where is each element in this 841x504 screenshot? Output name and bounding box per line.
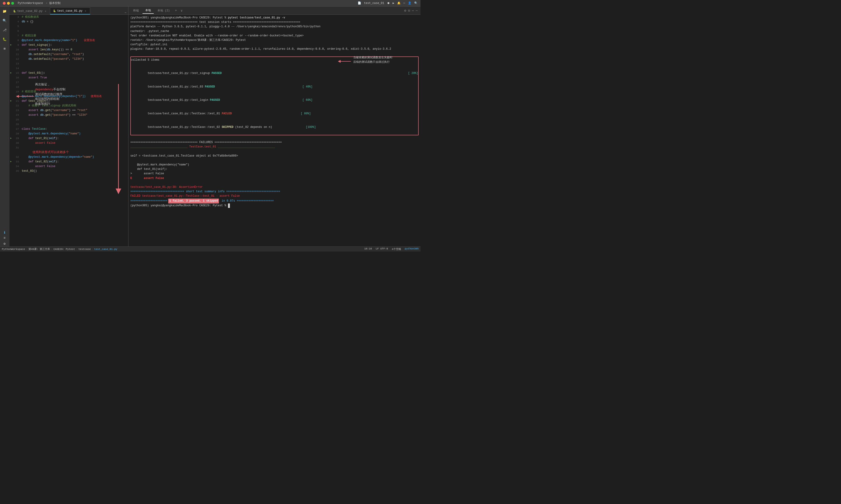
terminal-split-icon[interactable]: ⊡ xyxy=(408,8,410,13)
results-box: collected 5 items testcase/test_case_01.… xyxy=(130,56,419,135)
code-line-32: 32 @pytest.mark.dependency(depends="name… xyxy=(9,155,128,159)
editor-panel: 🐍 test_case_02.py ✕ 🐍 test_case_01.py ✕ … xyxy=(9,6,128,247)
terminal-tab-label: 终端 xyxy=(133,8,139,13)
term-assert-line: > assert False xyxy=(130,172,419,176)
breadcrumb-sep2: › xyxy=(51,248,53,251)
file-indicator: 📄 xyxy=(358,1,361,5)
breadcrumb-bar: PythonWorkspace › 第49课: 第三方库 › CASE29: P… xyxy=(0,247,420,252)
close-button[interactable] xyxy=(3,2,5,5)
term-line-config: configfile: pytest.ini xyxy=(130,42,419,47)
sidebar-icon-layers[interactable]: ≡ xyxy=(2,235,7,241)
breadcrumb-testcase[interactable]: testcase xyxy=(79,248,91,251)
sidebar: 📁 🔍 ⎇ 🐛 ⊞ ℹ ≡ ⚙ xyxy=(0,6,9,247)
local2-tab-label: 本地 (2) xyxy=(157,8,170,13)
terminal-tab-local2[interactable]: 本地 (2) xyxy=(155,7,173,14)
terminal-minimize-icon[interactable]: — xyxy=(416,8,418,12)
terminal-tab-terminal[interactable]: 终端 xyxy=(130,7,141,14)
encoding: LF UTF-8 xyxy=(376,247,388,251)
tab-close-02[interactable]: ✕ xyxy=(44,10,47,13)
term-error-line: E assert False xyxy=(130,176,419,181)
editor-tabs: 🐍 test_case_02.py ✕ 🐍 test_case_01.py ✕ … xyxy=(9,6,128,15)
code-line-10: 10 assert len(db.keys()) == 0 xyxy=(9,47,128,52)
code-line-34: 34 assert False xyxy=(9,164,128,169)
code-line-27: 27 class TestCase: xyxy=(9,127,128,131)
person-icon[interactable]: 👤 xyxy=(408,1,411,5)
search-icon[interactable]: 🔍 xyxy=(414,1,418,5)
py-icon: 🐍 xyxy=(13,10,16,13)
sidebar-icon-debug[interactable]: 🐛 xyxy=(2,36,7,42)
term-result-test03: testcase/test_case_01.py::test_03 PASSED… xyxy=(131,80,418,94)
terminal-dropdown[interactable]: ∨ xyxy=(179,8,184,13)
term-summary-sep: ================================ short t… xyxy=(130,190,419,194)
version-control[interactable]: 版本控制 xyxy=(49,1,61,5)
terminal-content[interactable]: (python385) yangkai@yangkaideMacBook-Pro… xyxy=(128,15,420,247)
tab-more[interactable]: ⋯ xyxy=(123,11,128,15)
maximize-button[interactable] xyxy=(11,2,14,5)
code-line-13: 13 xyxy=(9,61,128,66)
language: python385 xyxy=(405,247,419,251)
code-editor[interactable]: 3 # 模拟数据库 4 db = {} 5 6 xyxy=(9,15,128,173)
term-line-rootdir: rootdir: /Users/yangkai/PythonWorkspace/… xyxy=(130,38,419,42)
sidebar-icon-git[interactable]: ⎇ xyxy=(2,27,7,33)
term-failed-line: FAILED testcase/test_case_01.py::TestCas… xyxy=(130,194,419,198)
code-line-3: 3 # 模拟数据库 xyxy=(9,15,128,19)
sidebar-icon-info[interactable]: ℹ xyxy=(2,230,7,235)
term-def: def test_01(self): xyxy=(130,167,419,172)
tab-label-02: test_case_02.py xyxy=(17,10,42,13)
code-line-11: 11 db.setdefault("username", "root") xyxy=(9,52,128,57)
breadcrumb-case[interactable]: CASE29: Pytest xyxy=(53,248,75,251)
sidebar-icon-extensions[interactable]: ⊞ xyxy=(2,46,7,51)
code-line-25: 25 xyxy=(9,118,128,122)
terminal-tabs: 终端 本地 本地 (2) + ∨ ⚙ ⊡ ⋯ — xyxy=(128,6,420,15)
terminal-panel: 终端 本地 本地 (2) + ∨ ⚙ ⊡ ⋯ — (python385) yan… xyxy=(128,6,420,247)
editor-wrapper: 3 # 模拟数据库 4 db = {} 5 6 xyxy=(9,15,128,247)
code-line-35: 35 test_03() xyxy=(9,169,128,173)
term-location: testcase/test_case_01.py:30: AssertionEr… xyxy=(130,185,419,190)
term-result-test01: testcase/test_case_01.py::TestCase::test… xyxy=(131,107,418,121)
sidebar-icon-search[interactable]: 🔍 xyxy=(2,18,7,23)
term-summary-result: ====================== 1 failed, 3 passe… xyxy=(130,199,419,203)
term-result-login: testcase/test_case_01.py::test_login PAS… xyxy=(131,94,418,107)
breadcrumb-sep3: › xyxy=(76,248,78,251)
sidebar-icon-files[interactable]: 📁 xyxy=(2,8,7,14)
code-line-12: 12 db.setdefault("password", "1234") xyxy=(9,57,128,61)
tab-test-case-02[interactable]: 🐍 test_case_02.py ✕ xyxy=(10,7,50,15)
terminal-settings-icon[interactable]: ⚙ xyxy=(404,8,406,13)
breadcrumb-file[interactable]: test_case_01.py xyxy=(94,248,117,251)
term-testcase-sep: __________________________________ TestC… xyxy=(130,145,419,149)
term-line-empty2 xyxy=(131,62,418,67)
term-line-cache: cachedir: .pytest_cache xyxy=(130,29,419,34)
sidebar-icon-settings[interactable]: ⚙ xyxy=(2,241,7,247)
code-line-5: 5 xyxy=(9,24,128,29)
code-line-15: ▶ 15 def test_03(): xyxy=(9,71,128,75)
code-line-9: ▶ 9 def test_signup(): xyxy=(9,43,128,47)
code-line-21: ▶ 21 def test_login(): xyxy=(9,99,128,103)
tab-label-01: test_case_01.py xyxy=(57,9,83,13)
term-line-sep1: ========================================… xyxy=(130,20,419,24)
titlebar: PythonWorkspace › 版本控制 📄 test_case_01 ⏺ … xyxy=(0,0,420,6)
breadcrumb-workspace[interactable]: PythonWorkspace xyxy=(2,248,25,251)
term-line-collected: collected 5 items xyxy=(131,58,418,62)
local-tab-label: 本地 xyxy=(145,8,151,12)
more-icon[interactable]: ⋯ xyxy=(404,1,405,5)
code-line-20: 20 @pytest.mark.dependency(depends=["1"]… xyxy=(9,94,128,99)
bell-icon[interactable]: 🔔 xyxy=(397,1,401,5)
app-name: PythonWorkspace xyxy=(18,2,43,5)
code-line-17: 17 xyxy=(9,80,128,85)
terminal-tab-local[interactable]: 本地 xyxy=(142,7,154,14)
breadcrumb-course[interactable]: 第49课: 第三方库 xyxy=(29,247,50,251)
code-line-26: 26 xyxy=(9,122,128,127)
minimize-button[interactable] xyxy=(7,2,10,5)
term-empty5 xyxy=(130,158,419,163)
code-line-28: 28 @pytest.mark.dependency("name") xyxy=(9,131,128,136)
record-icon[interactable]: ⏺ xyxy=(387,1,390,5)
term-decorator: @pytest.mark.dependency("name") xyxy=(130,163,419,167)
play-icon[interactable]: ▶ xyxy=(393,1,394,5)
terminal-more-icon[interactable]: ⋯ xyxy=(412,8,414,13)
new-terminal-button[interactable]: + xyxy=(174,8,178,12)
main-container: 📁 🔍 ⎇ 🐛 ⊞ ℹ ≡ ⚙ 🐍 test_case_02.py ✕ 🐍 te… xyxy=(0,6,420,247)
tab-close-01[interactable]: ✕ xyxy=(84,9,87,13)
tab-test-case-01[interactable]: 🐍 test_case_01.py ✕ xyxy=(50,7,90,15)
line-col: 16:16 xyxy=(364,247,372,251)
term-empty4 xyxy=(130,149,419,154)
